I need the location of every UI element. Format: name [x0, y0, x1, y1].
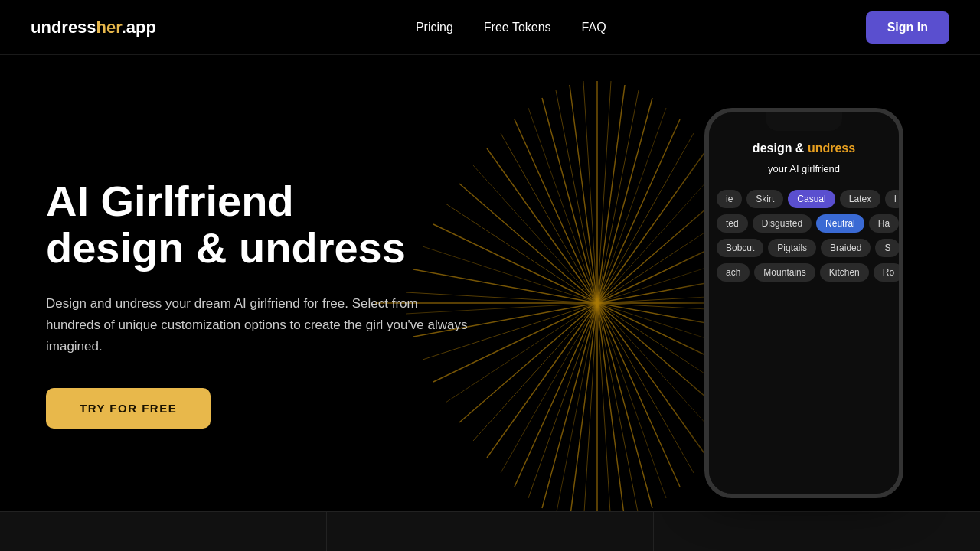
- nav-faq[interactable]: FAQ: [582, 21, 606, 34]
- tag-s[interactable]: S: [875, 239, 899, 257]
- tag-ro[interactable]: Ro: [874, 263, 899, 282]
- tag-braided[interactable]: Braided: [821, 239, 871, 257]
- svg-line-4: [597, 98, 652, 303]
- tag-ach[interactable]: ach: [717, 263, 750, 282]
- svg-line-34: [570, 303, 597, 521]
- tag-ie[interactable]: ie: [717, 190, 742, 208]
- phone-notch: [766, 112, 842, 131]
- svg-line-35: [556, 303, 597, 516]
- tag-disgusted[interactable]: Disgusted: [753, 214, 812, 233]
- nav-free-tokens[interactable]: Free Tokens: [484, 21, 551, 34]
- svg-line-31: [597, 303, 611, 525]
- svg-line-38: [514, 303, 597, 487]
- tag-row-1: ie Skirt Casual Latex l: [709, 190, 899, 208]
- tag-ted[interactable]: ted: [717, 214, 748, 233]
- phone-heading-normal: design &: [753, 142, 808, 155]
- phone-subheading: your AI girlfriend: [768, 163, 840, 174]
- svg-line-62: [570, 85, 597, 303]
- bottom-card-2: [327, 511, 654, 551]
- tag-l[interactable]: l: [885, 190, 899, 208]
- logo[interactable]: undressher.app: [31, 18, 156, 37]
- svg-line-7: [597, 133, 694, 303]
- tag-mountains[interactable]: Mountains: [754, 263, 815, 282]
- svg-line-26: [597, 303, 680, 487]
- tag-row-4: ach Mountains Kitchen Ro: [709, 263, 899, 282]
- svg-line-23: [597, 303, 721, 441]
- tag-kitchen[interactable]: Kitchen: [820, 263, 869, 282]
- tag-neutral[interactable]: Neutral: [816, 214, 864, 233]
- tag-pigtails[interactable]: Pigtails: [768, 239, 816, 257]
- phone-mockup: design & undress your AI girlfriend ie S…: [704, 108, 903, 498]
- svg-line-1: [597, 81, 611, 303]
- hero-content: AI Girlfriend design & undress Design an…: [0, 178, 475, 429]
- svg-line-24: [597, 303, 707, 458]
- hero-description: Design and undress your dream AI girlfri…: [46, 293, 475, 357]
- phone-frame: design & undress your AI girlfriend ie S…: [704, 108, 903, 498]
- logo-prefix: undress: [31, 18, 96, 37]
- svg-line-3: [597, 90, 639, 303]
- navbar: undressher.app Pricing Free Tokens FAQ S…: [0, 0, 980, 55]
- tag-skirt[interactable]: Skirt: [746, 190, 783, 208]
- svg-line-6: [597, 119, 680, 303]
- svg-line-55: [473, 165, 597, 303]
- tag-row-2: ted Disgusted Neutral Ha: [709, 214, 899, 233]
- svg-line-60: [542, 98, 597, 303]
- bottom-card-3: [654, 511, 980, 551]
- hero-title: AI Girlfriend design & undress: [46, 178, 475, 272]
- svg-line-37: [528, 303, 597, 498]
- svg-line-8: [597, 148, 707, 303]
- svg-line-41: [473, 303, 597, 441]
- svg-line-30: [597, 303, 625, 521]
- bottom-card-1: [0, 511, 327, 551]
- svg-line-42: [459, 303, 597, 422]
- nav-pricing[interactable]: Pricing: [416, 21, 453, 34]
- hero-section: AI Girlfriend design & undress Design an…: [0, 55, 980, 551]
- tag-latex[interactable]: Latex: [840, 190, 880, 208]
- svg-line-29: [597, 303, 639, 516]
- svg-line-33: [583, 303, 597, 525]
- svg-line-2: [597, 85, 625, 303]
- svg-line-59: [528, 108, 597, 303]
- svg-line-40: [487, 303, 597, 458]
- svg-line-56: [487, 148, 597, 303]
- phone-screen: design & undress your AI girlfriend ie S…: [709, 112, 899, 494]
- phone-heading-orange: undress: [808, 142, 855, 155]
- svg-line-27: [597, 303, 666, 498]
- tag-casual[interactable]: Casual: [788, 190, 835, 208]
- tag-bobcut[interactable]: Bobcut: [717, 239, 763, 257]
- svg-line-39: [501, 303, 597, 473]
- logo-suffix: .app: [122, 18, 156, 37]
- svg-line-63: [583, 81, 597, 303]
- signin-button[interactable]: Sign In: [866, 11, 949, 44]
- svg-line-54: [459, 184, 597, 303]
- svg-line-9: [597, 165, 721, 303]
- svg-line-28: [597, 303, 652, 508]
- hero-title-line1: AI Girlfriend: [46, 177, 294, 225]
- svg-line-5: [597, 108, 666, 303]
- try-for-free-button[interactable]: TRY FOR FREE: [46, 388, 211, 429]
- svg-line-57: [501, 133, 597, 303]
- hero-title-line2: design & undress: [46, 223, 406, 272]
- logo-highlight: her: [96, 18, 122, 37]
- svg-line-61: [556, 90, 597, 303]
- svg-line-25: [597, 303, 694, 473]
- nav-links: Pricing Free Tokens FAQ: [416, 21, 606, 34]
- bottom-cards: [0, 511, 980, 551]
- svg-line-36: [542, 303, 597, 508]
- tag-ha[interactable]: Ha: [869, 214, 899, 233]
- tag-row-3: Bobcut Pigtails Braided S: [709, 239, 899, 257]
- phone-heading: design & undress: [740, 140, 867, 157]
- svg-line-58: [514, 119, 597, 303]
